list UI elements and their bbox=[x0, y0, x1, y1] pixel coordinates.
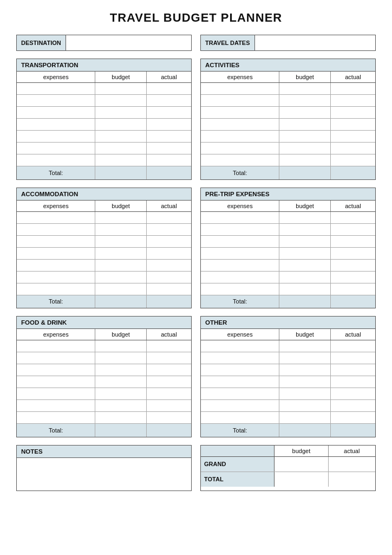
food-drink-col-expenses: expenses bbox=[17, 329, 95, 340]
table-row bbox=[17, 131, 191, 143]
table-row bbox=[17, 388, 191, 400]
table-row bbox=[17, 119, 191, 131]
table-row bbox=[201, 83, 375, 95]
table-row bbox=[201, 283, 375, 295]
travel-dates-box: TRAVEL DATES bbox=[200, 35, 376, 51]
destination-label: DESTINATION bbox=[17, 35, 66, 50]
accommodation-col-expenses: expenses bbox=[17, 201, 95, 212]
table-row bbox=[201, 376, 375, 388]
table-row bbox=[17, 107, 191, 119]
transportation-header: TRANSPORTATION bbox=[17, 59, 191, 72]
other-col-budget: budget bbox=[279, 329, 330, 340]
table-row bbox=[201, 352, 375, 364]
table-row bbox=[201, 388, 375, 400]
table-row bbox=[201, 340, 375, 352]
food-drink-header: FOOD & DRINK bbox=[17, 317, 191, 329]
table-row bbox=[17, 247, 191, 259]
accommodation-col-budget: budget bbox=[95, 201, 146, 212]
pre-trip-header: PRE-TRIP EXPENSES bbox=[201, 188, 375, 201]
bottom-row: NOTES budget actual GRAND TOTAL bbox=[16, 445, 376, 491]
sections-row-1: TRANSPORTATION expenses budget actual To… bbox=[16, 59, 376, 180]
table-row bbox=[17, 283, 191, 295]
table-row bbox=[201, 95, 375, 107]
activities-total-label: Total: bbox=[201, 166, 279, 179]
table-row bbox=[17, 376, 191, 388]
table-row bbox=[201, 400, 375, 412]
travel-dates-label: TRAVEL DATES bbox=[201, 35, 255, 50]
sections-row-2: ACCOMMODATION expenses budget actual Tot… bbox=[16, 188, 376, 309]
activities-col-budget: budget bbox=[279, 72, 330, 83]
grand-total-label-line2: TOTAL bbox=[201, 472, 275, 487]
activities-section: ACTIVITIES expenses budget actual Total: bbox=[200, 59, 376, 180]
table-row bbox=[17, 154, 191, 166]
food-drink-col-actual: actual bbox=[146, 329, 191, 340]
table-row bbox=[201, 223, 375, 235]
other-col-actual: actual bbox=[330, 329, 375, 340]
destination-box: DESTINATION bbox=[16, 35, 192, 51]
activities-total-row: Total: bbox=[201, 166, 375, 179]
food-drink-total-label: Total: bbox=[17, 424, 95, 437]
table-row bbox=[201, 247, 375, 259]
food-drink-total-row: Total: bbox=[17, 424, 191, 437]
accommodation-total-label: Total: bbox=[17, 295, 95, 308]
transportation-section: TRANSPORTATION expenses budget actual To… bbox=[16, 59, 192, 180]
grand-total-label-header bbox=[201, 446, 275, 457]
table-row bbox=[17, 400, 191, 412]
table-row bbox=[201, 211, 375, 223]
destination-value[interactable] bbox=[66, 35, 191, 50]
table-row bbox=[201, 364, 375, 376]
table-row bbox=[17, 211, 191, 223]
top-info-row: DESTINATION TRAVEL DATES bbox=[16, 35, 376, 51]
activities-col-expenses: expenses bbox=[201, 72, 279, 83]
accommodation-header: ACCOMMODATION bbox=[17, 188, 191, 201]
activities-col-actual: actual bbox=[330, 72, 375, 83]
other-col-expenses: expenses bbox=[201, 329, 279, 340]
pre-trip-col-expenses: expenses bbox=[201, 201, 279, 212]
travel-dates-value[interactable] bbox=[255, 35, 375, 50]
table-row bbox=[201, 271, 375, 283]
pre-trip-total-row: Total: bbox=[201, 295, 375, 308]
grand-total-row-1: GRAND bbox=[201, 456, 375, 472]
pre-trip-col-actual: actual bbox=[330, 201, 375, 212]
table-row bbox=[201, 235, 375, 247]
table-row bbox=[17, 83, 191, 95]
pre-trip-total-label: Total: bbox=[201, 295, 279, 308]
page-title: TRAVEL BUDGET PLANNER bbox=[16, 11, 376, 25]
notes-section: NOTES bbox=[16, 445, 192, 491]
table-row bbox=[201, 107, 375, 119]
transportation-col-actual: actual bbox=[146, 72, 191, 83]
table-row bbox=[17, 412, 191, 424]
table-row bbox=[201, 131, 375, 143]
other-header: OTHER bbox=[201, 317, 375, 329]
table-row bbox=[17, 95, 191, 107]
activities-header: ACTIVITIES bbox=[201, 59, 375, 72]
table-row bbox=[17, 259, 191, 271]
table-row bbox=[17, 143, 191, 154]
table-row bbox=[201, 412, 375, 424]
table-row bbox=[201, 259, 375, 271]
table-row bbox=[17, 235, 191, 247]
table-row bbox=[17, 271, 191, 283]
grand-total-section: budget actual GRAND TOTAL bbox=[200, 445, 376, 491]
notes-header: NOTES bbox=[17, 446, 191, 458]
pre-trip-col-budget: budget bbox=[279, 201, 330, 212]
accommodation-col-actual: actual bbox=[146, 201, 191, 212]
sections-row-3: FOOD & DRINK expenses budget actual Tota… bbox=[16, 316, 376, 437]
notes-body[interactable] bbox=[17, 458, 191, 491]
grand-total-label-line1: GRAND bbox=[201, 456, 275, 472]
table-row bbox=[201, 119, 375, 131]
table-row bbox=[17, 352, 191, 364]
food-drink-section: FOOD & DRINK expenses budget actual Tota… bbox=[16, 316, 192, 437]
grand-total-budget-header: budget bbox=[275, 446, 328, 457]
transportation-col-budget: budget bbox=[95, 72, 146, 83]
accommodation-section: ACCOMMODATION expenses budget actual Tot… bbox=[16, 188, 192, 309]
table-row bbox=[201, 154, 375, 166]
table-row bbox=[17, 340, 191, 352]
pre-trip-section: PRE-TRIP EXPENSES expenses budget actual… bbox=[200, 188, 376, 309]
transportation-total-label: Total: bbox=[17, 166, 95, 179]
other-total-row: Total: bbox=[201, 424, 375, 437]
grand-total-actual-header: actual bbox=[328, 446, 375, 457]
transportation-total-row: Total: bbox=[17, 166, 191, 179]
accommodation-total-row: Total: bbox=[17, 295, 191, 308]
table-row bbox=[17, 223, 191, 235]
